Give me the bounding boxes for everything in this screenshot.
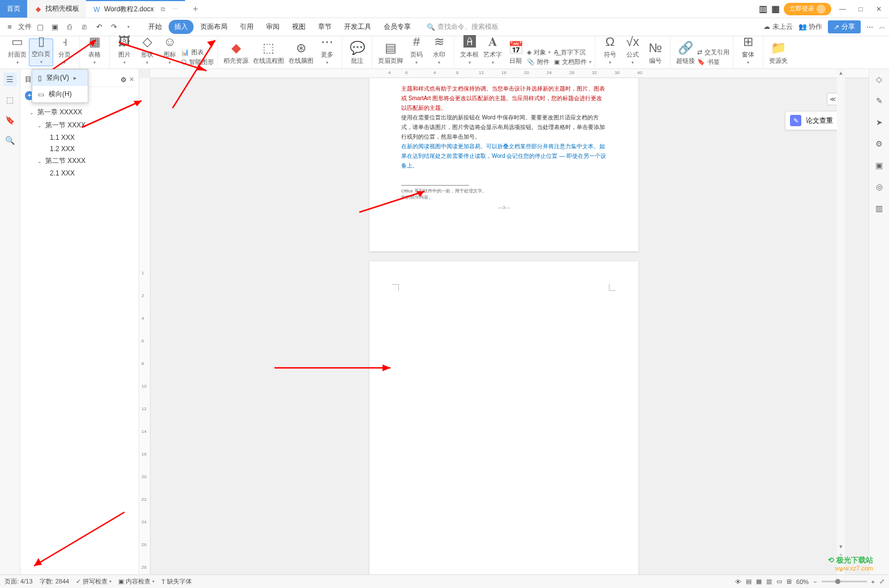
more-button[interactable]: ⋯更多▾	[316, 38, 338, 66]
symbol-button[interactable]: Ω符号▾	[599, 38, 621, 66]
tree-item[interactable]: ⌄第一节 XXXX	[25, 119, 134, 132]
tab-review[interactable]: 审阅	[260, 20, 285, 34]
crossref-button[interactable]: ⇄交叉引用	[697, 48, 729, 57]
settings-icon[interactable]: ⚙	[873, 137, 886, 151]
hyperlink-button[interactable]: 🔗超链接	[674, 38, 697, 66]
document-canvas[interactable]: 4 6 4 8 12 16 20 24 28 32 36 40 1 2 4 6 …	[139, 69, 869, 574]
equation-button[interactable]: √x公式▾	[621, 38, 644, 66]
docer-resource-button[interactable]: ◆稻壳资源	[221, 38, 251, 66]
status-contentcheck[interactable]: ▣内容检查▾	[118, 577, 154, 586]
search-panel-icon[interactable]: 🔍	[3, 134, 17, 147]
wordart-button[interactable]: 𝐀艺术字▾	[481, 38, 504, 66]
window-maximize[interactable]: □	[854, 2, 867, 16]
pencil-icon[interactable]: ✎	[873, 94, 886, 108]
collaborate-button[interactable]: 👥 协作	[798, 22, 822, 32]
collapse-ribbon-icon[interactable]: ︿	[879, 22, 886, 32]
outline-panel-toggle[interactable]: ☰	[3, 72, 17, 86]
target-icon[interactable]: ◎	[873, 180, 886, 194]
outline-settings-icon[interactable]: ⚙	[121, 76, 127, 84]
template-icon[interactable]: ▣	[873, 158, 886, 172]
layout-icon[interactable]: ▥	[759, 5, 767, 13]
tab-developer[interactable]: 开发工具	[338, 20, 377, 34]
share-button[interactable]: ↗ 分享	[828, 20, 861, 33]
eye-icon[interactable]: 👁	[735, 578, 741, 585]
view-print-icon[interactable]: ▤	[746, 578, 751, 585]
form-button[interactable]: ⊞窗体▾	[737, 38, 759, 66]
page-break-button[interactable]: ⫞分页▾	[53, 38, 76, 66]
status-wordcount[interactable]: 字数: 2844	[40, 577, 70, 586]
tab-docer[interactable]: ◆ 找稻壳模板	[27, 0, 86, 18]
blank-page-button[interactable]: ▯空白页▾	[29, 38, 53, 66]
diamond-icon[interactable]: ◇	[873, 72, 886, 86]
resource-folder-button[interactable]: 📁资源夹	[767, 38, 790, 66]
status-page[interactable]: 页面: 4/13	[5, 577, 33, 586]
scroll-up-icon[interactable]: ▲	[838, 69, 845, 77]
more-icon[interactable]: ⋯	[866, 23, 873, 31]
tab-member[interactable]: 会员专享	[378, 20, 416, 34]
doc-paragraph[interactable]: 使用在需要位置出现的新按钮在 Word 中保存时间。要要更改图片适应文档的方式，…	[401, 113, 607, 141]
command-search[interactable]: 🔍 查找命令、搜索模板	[427, 22, 499, 32]
doc-paragraph[interactable]: 主题和样式也有助于文档保持协调。当您单击设计并选择新的主题时，图片、图表或 Sm…	[401, 84, 607, 113]
ruler-vertical[interactable]: 1 2 4 6 8 10 12 14 16 20 22 24 26 28	[139, 78, 151, 574]
cursor-icon[interactable]: ➤	[873, 115, 886, 129]
smartart-button[interactable]: ⬡智能图形	[181, 58, 214, 66]
file-menu[interactable]: 文件	[18, 21, 32, 33]
shape-button[interactable]: ◇形状▾	[136, 38, 158, 66]
tree-item[interactable]: ⌄第二节 XXXX	[25, 154, 134, 168]
document-page[interactable]: 主题和样式也有助于文档保持协调。当您单击设计并选择新的主题时，图片、图表或 Sm…	[370, 78, 638, 251]
zoom-slider[interactable]	[822, 581, 867, 582]
login-button[interactable]: 立即登录	[784, 3, 831, 15]
scrollbar-vertical[interactable]: ▲ ▼ « ○ »	[837, 69, 845, 574]
ruler-toggle-icon[interactable]: ⊞	[787, 578, 792, 585]
redo-icon[interactable]: ↷	[108, 21, 120, 33]
chart-button[interactable]: 📊图表	[181, 48, 214, 57]
cloud-status[interactable]: ☁ 未上云	[763, 22, 792, 32]
page-number-button[interactable]: #页码▾	[405, 38, 428, 66]
dropdown-item-vertical[interactable]: ▯ 竖向(V) ▸	[32, 70, 88, 86]
new-icon[interactable]: ▢	[34, 21, 46, 33]
grid-icon[interactable]: ▦	[771, 5, 779, 13]
tab-document-active[interactable]: W Word教程2.docx ⧉ ⋯	[86, 0, 185, 18]
library-icon[interactable]: ▥	[873, 201, 886, 215]
undo-icon[interactable]: ↶	[93, 21, 105, 33]
papercheck-button[interactable]: ✎ 论文查重	[785, 111, 840, 130]
open-icon[interactable]: ▣	[49, 21, 61, 33]
tree-item[interactable]: 2.1 XXX	[25, 168, 134, 179]
clone-tab-icon[interactable]: ⧉	[161, 6, 165, 13]
window-close[interactable]: ✕	[872, 2, 886, 16]
view-outline-icon[interactable]: ▥	[766, 578, 772, 585]
qat-dropdown-icon[interactable]: ▾	[122, 21, 135, 33]
table-button[interactable]: ▦表格▾	[83, 38, 106, 66]
attachment-button[interactable]: 📎附件	[527, 58, 551, 66]
docparts-button[interactable]: ▣文档部件▾	[554, 58, 591, 66]
zoom-in-icon[interactable]: +	[871, 578, 875, 585]
tab-menu-icon[interactable]: ⋯	[172, 6, 178, 13]
tab-add[interactable]: +	[185, 0, 206, 18]
iconlib-button[interactable]: ☺图标▾	[158, 38, 181, 66]
dropcap-button[interactable]: A͟首字下沉	[554, 48, 591, 57]
view-read-icon[interactable]: ▭	[776, 578, 782, 585]
tree-item[interactable]: 1.1 XXX	[25, 132, 134, 143]
flowchart-button[interactable]: ⬚在线流程图	[251, 38, 286, 66]
tree-item[interactable]: 1.2 XXX	[25, 143, 134, 154]
tree-item[interactable]: ⌄第一章 XXXXX	[25, 106, 134, 119]
watermark-button[interactable]: ≋水印▾	[428, 38, 450, 66]
picture-button[interactable]: 🖼图片▾	[113, 38, 136, 66]
doc-paragraph[interactable]: 在新的阅读视图中阅读更加容易。可以折叠文档某些部分并将注意力集中文本。如果在达到…	[401, 141, 607, 170]
fullscreen-icon[interactable]: ⤢	[879, 578, 884, 585]
numbering-button[interactable]: №编号	[644, 38, 667, 66]
tab-insert[interactable]: 插入	[169, 20, 194, 34]
outline-close-icon[interactable]: ✕	[129, 76, 134, 83]
header-footer-button[interactable]: ▤页眉页脚	[376, 38, 405, 66]
mindmap-button[interactable]: ⊛在线脑图	[286, 38, 316, 66]
hamburger-icon[interactable]: ≡	[3, 21, 16, 33]
textbox-button[interactable]: 🅰文本框▾	[458, 38, 481, 66]
window-minimize[interactable]: —	[836, 2, 849, 16]
dropdown-item-horizontal[interactable]: ▭ 横向(H)	[32, 86, 88, 102]
status-missing-font[interactable]: T缺失字体	[161, 577, 192, 586]
chevron-down-icon[interactable]: ⌄	[37, 158, 43, 164]
zoom-out-icon[interactable]: −	[813, 578, 817, 585]
nav-icon[interactable]: ⬚	[3, 93, 17, 106]
zoom-label[interactable]: 60%	[796, 578, 809, 585]
ruler-horizontal[interactable]: 4 6 4 8 12 16 20 24 28 32 36 40	[151, 69, 869, 78]
